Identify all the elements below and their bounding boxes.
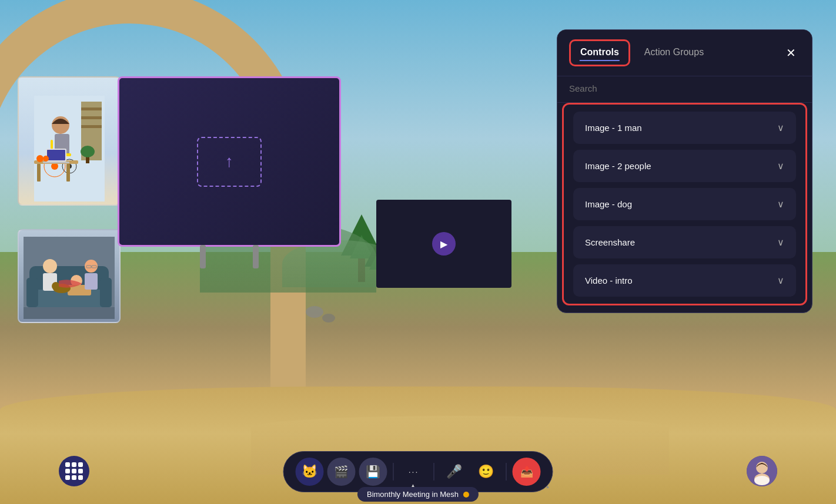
tab-action-groups[interactable]: Action Groups [635,41,713,65]
video-thumbnail[interactable]: ▶ [376,200,511,288]
user-avatar-button[interactable] [747,456,777,486]
microphone-icon: 🎤 [446,464,462,479]
svg-rect-21 [47,150,65,160]
svg-rect-19 [66,164,70,182]
couch-illustration [24,237,115,319]
chevron-down-icon: ∨ [777,160,784,172]
grid-icon [65,462,83,480]
list-item-image-2-people[interactable]: Image - 2 people ∨ [573,150,796,182]
svg-point-45 [754,476,770,485]
svg-rect-18 [37,164,41,182]
photo-panel-couch [18,229,121,323]
toolbar-separator-2 [434,463,434,481]
camera-effects-button[interactable]: 🎬 [327,458,356,486]
share-screen-button[interactable]: 📤 [513,458,541,486]
search-box [557,76,812,103]
meeting-badge: Bimonthly Meeting in Mesh [357,487,479,502]
svg-rect-22 [43,162,69,163]
app-grid-button[interactable] [59,456,89,486]
upload-box [197,137,262,187]
screen-legs [200,245,259,268]
svg-rect-4 [81,125,102,128]
toolbar-separator-1 [393,463,394,481]
svg-rect-28 [26,278,38,307]
controls-panel: Controls Action Groups ✕ Image - 1 man ∨… [557,29,812,313]
avatar-illustration [747,456,777,486]
chevron-down-icon: ∨ [777,122,784,133]
svg-point-24 [43,156,49,162]
avatar-react-button[interactable]: 🐱 [296,458,324,486]
list-item-label: Image - dog [585,199,632,209]
camera-effects-icon: 🎬 [334,465,349,479]
chevron-down-icon: ∨ [777,275,784,286]
svg-point-6 [81,146,95,157]
svg-rect-35 [85,273,98,290]
list-item-video-intro[interactable]: Video - intro ∨ [573,264,796,297]
more-options-button[interactable]: ··· ▲ [400,458,428,486]
panel-header: Controls Action Groups ✕ [557,30,812,76]
list-item-label: Image - 2 people [585,161,651,171]
list-item-screenshare[interactable]: Screenshare ∨ [573,226,796,258]
list-item-label: Image - 1 man [585,123,642,133]
emoji-button[interactable]: 🙂 ▲ [472,458,500,486]
search-input[interactable] [569,83,800,93]
toolbar-separator-3 [506,463,507,481]
list-item-label: Video - intro [585,275,633,285]
meeting-status-dot [463,492,469,498]
svg-rect-3 [81,116,102,119]
svg-point-37 [52,282,60,290]
tab-controls[interactable]: Controls [569,39,630,66]
svg-point-30 [43,259,57,273]
items-list: Image - 1 man ∨ Image - 2 people ∨ Image… [562,103,807,305]
list-item-image-dog[interactable]: Image - dog ∨ [573,188,796,220]
close-panel-button[interactable]: ✕ [781,43,800,62]
presentation-screen [118,76,341,247]
upload-arrow-icon [225,152,233,171]
emoji-icon: 🙂 [478,464,494,479]
save-button[interactable]: 💾 [359,458,387,486]
chevron-down-icon: ∨ [777,199,784,210]
more-icon: ··· [409,467,419,476]
svg-rect-29 [100,278,112,307]
wheelchair-illustration [34,96,105,201]
avatar-react-icon: 🐱 [302,464,317,479]
chevron-down-icon: ∨ [777,237,784,248]
meeting-name: Bimonthly Meeting in Mesh [367,490,459,499]
svg-rect-38 [24,307,115,319]
list-item-image-1-man[interactable]: Image - 1 man ∨ [573,112,796,144]
save-icon: 💾 [366,465,380,479]
list-item-label: Screenshare [585,237,635,247]
share-screen-icon: 📤 [520,465,533,478]
play-button[interactable]: ▶ [432,232,456,256]
play-icon: ▶ [440,238,447,250]
rock-1 [306,306,323,318]
svg-point-23 [36,155,44,162]
microphone-button[interactable]: 🎤 [440,458,469,486]
svg-rect-2 [81,107,102,110]
bottom-toolbar: 🐱 🎬 💾 ··· ▲ 🎤 🙂 ▲ 📤 [283,451,553,492]
photo-panel-wheelchair [18,76,121,206]
